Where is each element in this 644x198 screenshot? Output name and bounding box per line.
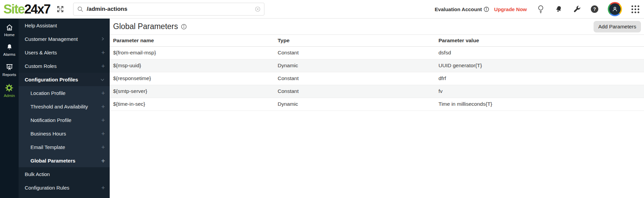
rail-item-admin[interactable]: Admin (4, 83, 15, 98)
sidebar-item-location-profile[interactable]: Location Profile + (19, 86, 110, 100)
title-info-icon[interactable] (181, 24, 187, 30)
sidebar-item-label: Users & Alerts (25, 50, 101, 55)
sidebar-item-label: Configuration Rules (25, 185, 101, 191)
cell-parameter-value: dsfsd (435, 46, 644, 59)
apps-grid-icon[interactable] (631, 5, 639, 13)
home-icon (5, 23, 14, 31)
admin-sidebar: Help Assistant Customer Management Users… (19, 19, 110, 198)
table-row[interactable]: ${from-email-msp} Constant dsfsd (110, 46, 644, 59)
sidebar-item-label: Global Parameters (30, 158, 101, 164)
sidebar-item-users-alerts[interactable]: Users & Alerts + (19, 46, 110, 59)
sidebar-item-label: Customer Management (25, 36, 100, 42)
sidebar-item-customer-management[interactable]: Customer Management (19, 32, 110, 46)
plus-icon[interactable]: + (101, 184, 105, 191)
sidebar-item-notification-profile[interactable]: Notification Profile + (19, 113, 110, 127)
cell-parameter-name: ${msp-uuid} (110, 59, 274, 72)
sidebar-item-label: Configuration Profiles (25, 77, 100, 82)
column-header-parameter-name[interactable]: Parameter name (110, 35, 274, 46)
sidebar-item-label: Location Profile (30, 90, 101, 96)
reports-board-icon (5, 63, 14, 71)
table-header-row: Parameter name Type Parameter value (110, 35, 644, 46)
plus-icon[interactable]: + (101, 90, 105, 96)
rail-label: Home (4, 33, 15, 37)
page-title: Global Parameters (113, 22, 188, 31)
sidebar-item-configuration-rules[interactable]: Configuration Rules + (19, 181, 110, 194)
icon-rail: Home Alarms Reports (0, 19, 19, 198)
plus-icon[interactable]: + (101, 144, 105, 150)
cell-type: Constant (274, 85, 435, 98)
table-row[interactable]: ${time-in-sec} Dynamic Time in milliseco… (110, 98, 644, 110)
plus-icon[interactable]: + (101, 103, 105, 110)
page-title-text: Global Parameters (113, 22, 178, 31)
alarm-bell-icon (6, 44, 13, 51)
table-row[interactable]: ${smtp-server} Constant fv (110, 85, 644, 98)
avatar[interactable] (608, 2, 622, 16)
sidebar-item-configuration-profiles[interactable]: Configuration Profiles (19, 73, 110, 86)
cell-type: Constant (274, 46, 435, 59)
sidebar-item-help-assistant[interactable]: Help Assistant (19, 19, 110, 32)
wrench-icon[interactable] (573, 5, 581, 13)
topbar-right-cluster: Evaluation Account Upgrade Now ? (435, 2, 639, 16)
add-parameters-button[interactable]: Add Parameters (594, 21, 641, 32)
sidebar-item-bulk-action[interactable]: Bulk Action (19, 167, 110, 181)
rail-item-reports[interactable]: Reports (2, 63, 16, 77)
expand-icon[interactable] (56, 5, 64, 13)
chevron-down-icon (100, 77, 105, 82)
bulb-icon[interactable] (537, 5, 544, 14)
sidebar-item-label: Email Template (30, 144, 101, 150)
column-header-type[interactable]: Type (274, 35, 435, 46)
search-input[interactable] (87, 6, 255, 13)
sidebar-item-label: Bulk Action (25, 171, 105, 177)
chevron-right-icon (100, 36, 105, 41)
cell-parameter-value: fv (435, 85, 644, 98)
site24x7-logo[interactable]: Site24x7 (3, 3, 50, 16)
plus-icon[interactable]: + (101, 49, 105, 56)
sidebar-item-business-hours[interactable]: Business Hours + (19, 127, 110, 140)
cell-type: Dynamic (274, 98, 435, 110)
cell-parameter-value: dfrf (435, 72, 644, 85)
sidebar-item-label: Notification Profile (30, 117, 101, 123)
plus-icon[interactable]: + (101, 63, 105, 69)
sidebar-item-email-template[interactable]: Email Template + (19, 140, 110, 154)
cell-parameter-value: UUID generator{T} (435, 59, 644, 72)
sidebar-item-label: Help Assistant (25, 23, 105, 28)
bell-icon[interactable] (555, 5, 563, 13)
sidebar-item-label: Business Hours (30, 131, 101, 137)
search-bar[interactable] (73, 3, 264, 16)
topbar: Site24x7 Evaluation Account U (0, 0, 644, 19)
logo-text-green: Site (3, 2, 24, 16)
sidebar-item-custom-roles[interactable]: Custom Roles + (19, 59, 110, 73)
table-row[interactable]: ${responsetime} Constant dfrf (110, 72, 644, 85)
cell-parameter-name: ${time-in-sec} (110, 98, 274, 110)
plus-icon[interactable]: + (101, 130, 105, 137)
page-header: Global Parameters Add Parameters (110, 19, 644, 35)
logo-text-black: 24x7 (24, 2, 50, 16)
sidebar-item-label: Threshold and Availability (30, 104, 101, 109)
sidebar-item-label: Custom Roles (25, 63, 101, 69)
admin-gear-icon (5, 83, 14, 92)
sidebar-item-global-parameters[interactable]: Global Parameters + (19, 154, 110, 167)
rail-item-home[interactable]: Home (4, 23, 15, 37)
cell-parameter-name: ${from-email-msp} (110, 46, 274, 59)
account-info-icon[interactable] (484, 6, 489, 12)
main-content: Global Parameters Add Parameters Paramet… (110, 19, 644, 198)
help-question-glyph: ? (591, 5, 598, 13)
person-icon (609, 3, 621, 15)
search-icon (77, 6, 84, 13)
cell-parameter-name: ${responsetime} (110, 72, 274, 85)
rail-label: Alarms (3, 52, 16, 56)
clear-search-icon[interactable] (255, 6, 261, 12)
cell-type: Dynamic (274, 59, 435, 72)
plus-icon[interactable]: + (101, 157, 105, 164)
evaluation-account-label: Evaluation Account (435, 6, 482, 12)
plus-icon[interactable]: + (101, 117, 105, 123)
upgrade-now-link[interactable]: Upgrade Now (494, 6, 527, 12)
sidebar-item-threshold-availability[interactable]: Threshold and Availability + (19, 100, 110, 113)
cell-parameter-name: ${smtp-server} (110, 85, 274, 98)
rail-item-alarms[interactable]: Alarms (3, 44, 16, 56)
column-header-parameter-value[interactable]: Parameter value (435, 35, 644, 46)
rail-label: Admin (4, 94, 15, 98)
rail-label: Reports (2, 73, 16, 77)
table-row[interactable]: ${msp-uuid} Dynamic UUID generator{T} (110, 59, 644, 72)
help-icon[interactable]: ? (591, 5, 598, 13)
